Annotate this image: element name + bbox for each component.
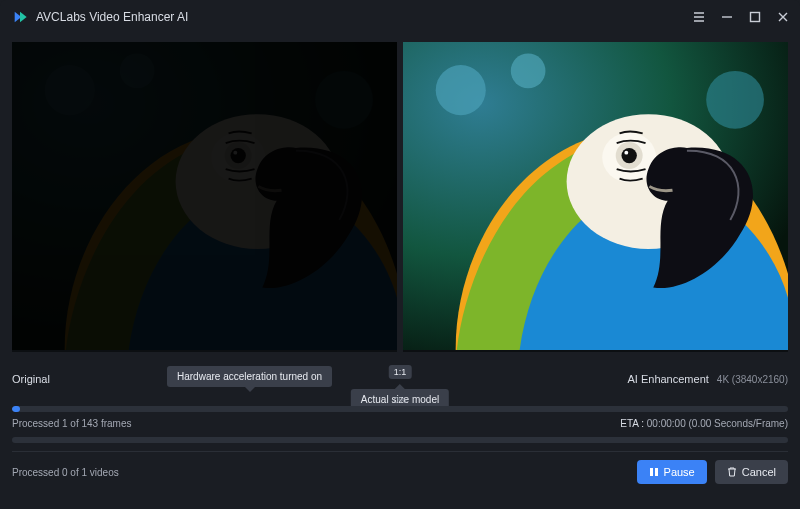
preview-enhanced (403, 42, 788, 352)
frames-progress-fill (12, 406, 20, 412)
pause-button[interactable]: Pause (637, 460, 707, 484)
videos-progress-section (12, 437, 788, 443)
window-controls (692, 10, 790, 24)
hw-accel-tooltip: Hardware acceleration turned on (167, 366, 332, 387)
eta-value: 00:00:00 (0.00 Seconds/Frame) (647, 418, 788, 429)
maximize-icon[interactable] (748, 10, 762, 24)
eta-label: ETA : (620, 418, 644, 429)
app-title: AVCLabs Video Enhancer AI (36, 10, 188, 24)
svg-point-13 (511, 54, 546, 89)
labels-row: Original Hardware acceleration turned on… (12, 368, 788, 390)
svg-point-19 (624, 151, 628, 155)
menu-icon[interactable] (692, 10, 706, 24)
svg-rect-0 (751, 13, 760, 22)
videos-status: Processed 0 of 1 videos (12, 467, 119, 478)
frames-status-row: Processed 1 of 143 frames ETA : 00:00:00… (12, 418, 788, 429)
frames-progress-section: 0% (12, 404, 788, 412)
cancel-button[interactable]: Cancel (715, 460, 788, 484)
enhancement-label: AI Enhancement (627, 373, 708, 385)
svg-point-14 (706, 71, 764, 129)
svg-rect-21 (655, 468, 658, 476)
svg-point-12 (436, 65, 486, 115)
titlebar: AVCLabs Video Enhancer AI (0, 0, 800, 34)
original-label: Original (12, 373, 50, 385)
svg-rect-20 (650, 468, 653, 476)
pause-label: Pause (664, 466, 695, 478)
trash-icon (727, 467, 737, 477)
enhanced-image (403, 42, 788, 350)
ratio-badge[interactable]: 1:1 (389, 365, 412, 379)
pause-icon (649, 467, 659, 477)
videos-progress-bar (12, 437, 788, 443)
minimize-icon[interactable] (720, 10, 734, 24)
eta: ETA : 00:00:00 (0.00 Seconds/Frame) (620, 418, 788, 429)
close-icon[interactable] (776, 10, 790, 24)
frames-status: Processed 1 of 143 frames (12, 418, 132, 429)
cancel-label: Cancel (742, 466, 776, 478)
output-resolution: 4K (3840x2160) (717, 374, 788, 385)
preview-area (12, 42, 788, 352)
frames-progress-bar (12, 406, 788, 412)
app-logo-icon (12, 9, 28, 25)
bottom-row: Processed 0 of 1 videos Pause Cancel (12, 451, 788, 484)
preview-original (12, 42, 397, 352)
svg-point-18 (621, 148, 636, 163)
original-image (12, 42, 397, 350)
action-buttons: Pause Cancel (637, 460, 788, 484)
svg-rect-10 (12, 42, 397, 350)
